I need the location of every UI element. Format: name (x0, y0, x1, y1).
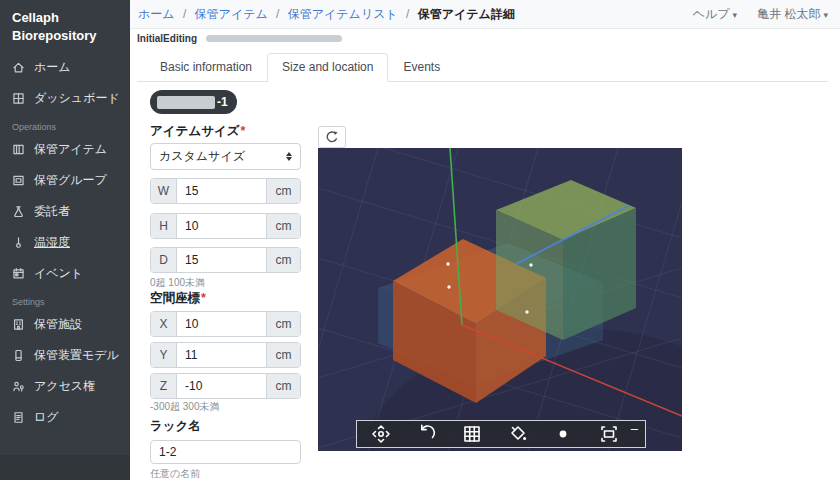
x-input[interactable] (177, 312, 266, 336)
sidebar-section-operations: Operations (0, 114, 130, 134)
breadcrumb-separator: / (183, 7, 186, 21)
z-unit: cm (266, 374, 300, 398)
home-icon (12, 61, 25, 74)
sidebar-item-consignors[interactable]: 委託者 (0, 196, 130, 227)
sidebar-item-home[interactable]: ホーム (0, 52, 130, 83)
z-input[interactable] (177, 374, 266, 398)
toolbar-collapse-button[interactable]: – (631, 421, 638, 436)
sidebar-item-access-rights[interactable]: アクセス権 (0, 371, 130, 402)
app-logo: Cellaph Biorepository (0, 0, 120, 49)
reset-view-button[interactable] (318, 126, 346, 148)
chevron-down-icon: ▾ (823, 10, 828, 20)
height-input[interactable] (177, 214, 266, 238)
breadcrumb-separator: / (276, 7, 279, 21)
storage-group-icon (12, 174, 25, 187)
depth-input[interactable] (177, 248, 266, 272)
rack-name-label: ラック名 (150, 418, 201, 435)
sidebar-item-events[interactable]: イベント (0, 258, 130, 289)
sidebar-item-label: ホーム (34, 59, 71, 76)
rotate-reset-icon (325, 130, 339, 144)
z-field-group: Z cm (150, 373, 301, 399)
sidebar-item-label: 温湿度 (34, 234, 70, 251)
item-name-badge: -1 (150, 90, 237, 114)
height-field-group: H cm (150, 213, 301, 239)
depth-unit: cm (266, 248, 300, 272)
z-prefix: Z (151, 374, 177, 398)
sidebar-section-settings: Settings (0, 289, 130, 309)
coordinates-hint: -300超 300未満 (150, 400, 219, 414)
sidebar-item-label: 保管グループ (34, 172, 107, 189)
tab-basic-information[interactable]: Basic information (145, 53, 267, 82)
sidebar-item-logs[interactable]: ログ (0, 402, 130, 433)
x-prefix: X (151, 312, 177, 336)
sidebar-item-dashboard[interactable]: ダッシュボード (0, 83, 130, 114)
required-asterisk: * (201, 291, 206, 305)
label-text: 空間座標 (150, 291, 200, 305)
move-icon (371, 424, 391, 444)
sidebar-item-facilities[interactable]: 保管施設 (0, 309, 130, 340)
y-unit: cm (266, 343, 300, 367)
workflow-status: InitialEditing (137, 33, 342, 44)
building-icon (12, 318, 25, 331)
rack-name-input[interactable] (150, 440, 301, 464)
sidebar-footer (0, 455, 130, 480)
depth-prefix: D (151, 248, 177, 272)
dot-icon (553, 424, 573, 444)
x-unit: cm (266, 312, 300, 336)
depth-field-group: D cm (150, 247, 301, 273)
fit-frame-button[interactable] (599, 424, 619, 444)
breadcrumb-storage-item-list[interactable]: 保管アイテムリスト (288, 7, 398, 21)
y-input[interactable] (177, 343, 266, 367)
width-input[interactable] (177, 179, 266, 203)
breadcrumb-storage-items[interactable]: 保管アイテム (195, 7, 268, 21)
breadcrumb: ホーム / 保管アイテム / 保管アイテムリスト / 保管アイテム詳細 (138, 0, 515, 28)
sidebar-item-label: アクセス権 (34, 378, 95, 395)
size-hint: 0超 100未満 (150, 276, 205, 290)
tab-events[interactable]: Events (388, 53, 455, 82)
item-size-select-value: カスタムサイズ (159, 148, 286, 165)
sidebar-item-temperature-humidity[interactable]: 温湿度 (0, 227, 130, 258)
breadcrumb-current: 保管アイテム詳細 (418, 7, 515, 21)
undo-button[interactable] (417, 424, 437, 444)
required-asterisk: * (241, 124, 246, 138)
workflow-progress-bar (206, 35, 342, 42)
access-rights-icon (12, 380, 25, 393)
label-text: アイテムサイズ (150, 124, 240, 138)
redacted-item-name (157, 96, 215, 109)
user-menu[interactable]: 亀井 松太郎▾ (757, 0, 828, 29)
calendar-icon (12, 267, 25, 280)
item-size-label: アイテムサイズ* (150, 123, 245, 140)
sidebar-nav: ホーム ダッシュボード Operations 保管アイテム 保管グループ 委託者 (0, 52, 130, 433)
fill-color-button[interactable] (508, 424, 528, 444)
tab-size-and-location[interactable]: Size and location (267, 53, 388, 82)
sidebar-item-storage-items[interactable]: 保管アイテム (0, 134, 130, 165)
sidebar-item-label: イベント (34, 265, 83, 282)
point-marker-button[interactable] (553, 424, 573, 444)
breadcrumb-home[interactable]: ホーム (138, 7, 175, 21)
3d-viewport[interactable]: – (318, 148, 682, 451)
item-name-suffix: -1 (217, 95, 228, 109)
help-menu[interactable]: ヘルプ▾ (693, 0, 737, 29)
workflow-status-label: InitialEditing (137, 33, 197, 44)
sidebar-item-label: ダッシュボード (34, 90, 120, 107)
user-name: 亀井 松太郎 (757, 7, 820, 21)
pan-move-button[interactable] (371, 424, 391, 444)
width-unit: cm (266, 179, 300, 203)
coordinates-label: 空間座標* (150, 290, 206, 307)
height-unit: cm (266, 214, 300, 238)
top-bar: ホーム / 保管アイテム / 保管アイテムリスト / 保管アイテム詳細 ヘルプ▾… (130, 0, 840, 29)
y-field-group: Y cm (150, 342, 301, 368)
grid-toggle-button[interactable] (462, 424, 482, 444)
chevron-down-icon: ▾ (733, 10, 738, 20)
undo-icon (417, 424, 437, 444)
sidebar-item-label: 保管施設 (34, 316, 82, 333)
sidebar-item-storage-groups[interactable]: 保管グループ (0, 165, 130, 196)
item-size-select[interactable]: カスタムサイズ (150, 143, 301, 170)
frame-icon (599, 424, 619, 444)
3d-scene (318, 148, 682, 451)
select-stepper-icon (286, 152, 292, 161)
green-box (496, 180, 636, 340)
sidebar-item-label: ログ (34, 409, 59, 426)
sidebar-item-device-models[interactable]: 保管装置モデル (0, 340, 130, 371)
sidebar-item-label: 保管装置モデル (34, 347, 119, 364)
